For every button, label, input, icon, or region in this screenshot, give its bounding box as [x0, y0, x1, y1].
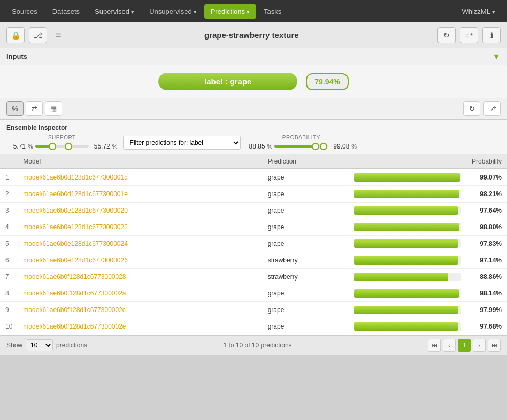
bar-inner	[354, 306, 458, 314]
equiv-icon: =⁺	[465, 31, 473, 40]
percent-icon: %	[12, 105, 18, 113]
first-page-button[interactable]: ⏮	[428, 339, 441, 352]
col-num	[0, 154, 18, 169]
nav-supervised[interactable]: Supervised	[87, 3, 142, 20]
table-row: 8 model/61ae6b0f128d1c677300002a grape 9…	[0, 285, 507, 302]
bar-outer	[354, 206, 461, 215]
model-link[interactable]: model/61ae6b0f128d1c677300002e	[23, 323, 126, 330]
model-link[interactable]: model/61ae6b0e128d1c6773000024	[23, 240, 128, 247]
sub-share-button[interactable]: ⎇	[483, 101, 501, 116]
row-num: 6	[0, 252, 18, 269]
bar-cell	[349, 203, 466, 219]
model-link[interactable]: model/61ae6b0e128d1c6773000020	[23, 207, 128, 214]
info-icon: ℹ	[490, 31, 493, 40]
sub-share-icon: ⎇	[488, 105, 496, 113]
bar-cell	[349, 219, 466, 236]
view-percent-button[interactable]: %	[6, 101, 24, 116]
refresh-icon: ↻	[443, 31, 450, 40]
support-row: 5.71 % 55.72 %	[6, 143, 118, 150]
bar-inner	[354, 206, 458, 215]
show-select[interactable]: 102550100	[26, 339, 53, 351]
main-toolbar: 🔒 ⎇ ≡ grape-strawberry texture ↻ =⁺ ℹ	[0, 22, 507, 48]
footer-show: Show 102550100 predictions	[6, 339, 87, 351]
toolbar-actions: ↻ =⁺ ℹ	[437, 27, 501, 43]
refresh-button[interactable]: ↻	[437, 27, 456, 43]
view-chart-button[interactable]: ▦	[45, 101, 62, 116]
nav-sources[interactable]: Sources	[4, 3, 45, 20]
bar-inner	[354, 239, 458, 248]
last-page-button[interactable]: ⏭	[488, 339, 501, 352]
support-min-value: 5.71	[6, 143, 26, 150]
current-page-button[interactable]: 1	[458, 339, 471, 352]
bar-cell	[349, 302, 466, 318]
support-max-pct: %	[112, 143, 118, 150]
doc-icon: ≡	[56, 29, 62, 41]
model-link[interactable]: model/61ae6b0f128d1c6773000028	[23, 273, 126, 281]
model-cell: model/61ae6b0e128d1c6773000026	[18, 252, 262, 269]
bar-outer	[354, 322, 461, 331]
row-num: 5	[0, 236, 18, 252]
lock-button[interactable]: 🔒	[6, 27, 25, 43]
sub-refresh-button[interactable]: ↻	[463, 101, 480, 116]
row-num: 3	[0, 203, 18, 219]
table-header: Model Prediction Probability	[0, 154, 507, 169]
sub-toolbar: % ⇄ ▦ ↻ ⎇	[0, 98, 507, 120]
nav-unsupervised[interactable]: Unsupervised	[142, 3, 204, 20]
predictions-label: predictions	[56, 341, 87, 349]
probability-cell: 97.68%	[466, 318, 507, 335]
footer-range: 1 to 10 of 10 predictions	[87, 341, 428, 349]
support-min-pct: %	[28, 143, 33, 150]
support-thumb-right[interactable]	[65, 143, 72, 150]
prob-max-value: 99.08	[330, 143, 349, 150]
table-row: 5 model/61ae6b0e128d1c6773000024 grape 9…	[0, 236, 507, 252]
prob-thumb-left[interactable]	[312, 143, 319, 150]
probability-cell: 97.83%	[466, 236, 507, 252]
bar-inner	[354, 256, 458, 265]
page-title: grape-strawberry texture	[70, 30, 433, 40]
probability-slider[interactable]	[274, 145, 328, 148]
model-link[interactable]: model/61ae6b0f128d1c677300002a	[23, 290, 126, 297]
bar-inner	[354, 190, 459, 198]
tree-icon: ⎇	[34, 31, 42, 40]
bar-outer	[354, 173, 461, 182]
model-link[interactable]: model/61ae6b0f128d1c677300002c	[23, 306, 126, 314]
bar-cell	[349, 186, 466, 203]
swap-icon: ⇄	[32, 105, 37, 113]
prediction-percentage: 79.94%	[306, 73, 348, 90]
view-swap-button[interactable]: ⇄	[26, 101, 43, 116]
support-slider[interactable]	[35, 145, 89, 148]
prev-page-button[interactable]: ‹	[443, 339, 456, 352]
model-link[interactable]: model/61ae6b0d128d1c677300001e	[23, 190, 128, 198]
model-link[interactable]: model/61ae6b0d128d1c677300001c	[23, 174, 127, 181]
nav-predictions[interactable]: Predictions	[204, 4, 256, 19]
filter-select[interactable]: Filter predictions for: label	[123, 136, 241, 150]
nav-user[interactable]: WhizzML	[454, 3, 503, 20]
nav-tasks[interactable]: Tasks	[256, 3, 289, 20]
prediction-cell: grape	[263, 318, 349, 335]
row-num: 4	[0, 219, 18, 236]
prediction-cell: strawberry	[263, 269, 349, 285]
row-num: 7	[0, 269, 18, 285]
model-cell: model/61ae6b0d128d1c677300001e	[18, 186, 262, 203]
probability-cell: 99.07%	[466, 169, 507, 186]
table-row: 2 model/61ae6b0d128d1c677300001e grape 9…	[0, 186, 507, 203]
tree-button[interactable]: ⎇	[29, 27, 47, 43]
info-button[interactable]: ℹ	[482, 27, 501, 43]
bar-inner	[354, 173, 460, 182]
next-page-button[interactable]: ›	[473, 339, 486, 352]
top-navigation: Sources Datasets Supervised Unsupervised…	[0, 0, 507, 22]
inputs-toggle[interactable]: ▼	[492, 52, 501, 61]
row-num: 1	[0, 169, 18, 186]
prob-min-pct: %	[267, 143, 273, 150]
model-link[interactable]: model/61ae6b0e128d1c6773000022	[23, 223, 128, 231]
prob-thumb-right[interactable]	[320, 143, 327, 150]
probability-cell: 98.21%	[466, 186, 507, 203]
equiv-button[interactable]: =⁺	[460, 27, 478, 43]
bar-outer	[354, 306, 461, 314]
probability-cell: 98.80%	[466, 219, 507, 236]
table-body: 1 model/61ae6b0d128d1c677300001c grape 9…	[0, 169, 507, 335]
bar-outer	[354, 256, 461, 265]
support-thumb-left[interactable]	[49, 143, 56, 150]
nav-datasets[interactable]: Datasets	[45, 3, 87, 20]
model-link[interactable]: model/61ae6b0e128d1c6773000026	[23, 256, 128, 264]
